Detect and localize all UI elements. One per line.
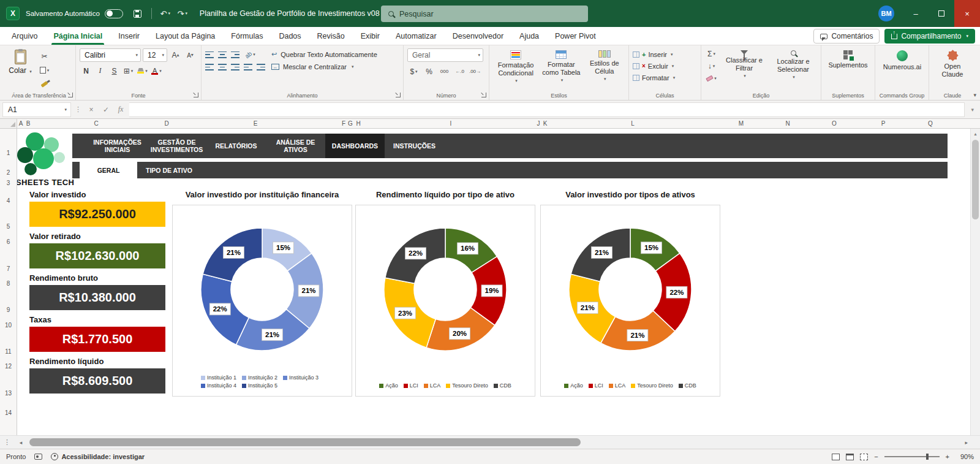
font-color-button[interactable]: A▾ (150, 64, 163, 77)
italic-button[interactable]: I (94, 64, 107, 77)
donut-chart[interactable]: 15%22%21%21%21% (566, 225, 695, 354)
sub-tab-geral[interactable]: GERAL (80, 162, 137, 178)
column-header-b[interactable]: B (26, 120, 31, 127)
chart-card[interactable]: 15%22%21%21%21% AçãoLCILCATesouro Direto… (540, 205, 720, 397)
tab-scroll-left-icon[interactable]: ◂ (14, 439, 28, 446)
ribbon-tab-desenvolvedor[interactable]: Desenvolvedor (445, 27, 511, 45)
dialog-launcher-icon[interactable] (481, 93, 486, 97)
row-header-14[interactable]: 14 (0, 409, 17, 416)
column-header-k[interactable]: K (543, 120, 548, 127)
column-header-f[interactable]: F (342, 120, 345, 127)
underline-button[interactable]: S (108, 64, 121, 77)
legend-item-tesouro-direto[interactable]: Tesouro Direto (631, 382, 673, 389)
macro-record-icon[interactable] (34, 454, 42, 460)
format-painter-button[interactable] (38, 78, 51, 91)
minimize-button[interactable]: – (903, 0, 929, 27)
nav-tab-dashboards[interactable]: DASHBOARDS (325, 134, 385, 158)
collapse-ribbon-icon[interactable]: ▾ (973, 92, 976, 98)
font-name-select[interactable]: Calibri▾ (80, 48, 141, 62)
save-button[interactable] (130, 6, 146, 21)
drag-handle[interactable]: ⋮ (74, 105, 83, 113)
clear-button[interactable]: ▾ (705, 73, 718, 84)
decrease-decimal-button[interactable]: .00→ (469, 65, 481, 78)
zoom-level[interactable]: 90% (956, 453, 974, 460)
legend-item-instituicao-1[interactable]: Instituição 1 (201, 375, 236, 381)
autosum-button[interactable]: Σ▾ (705, 48, 718, 59)
row-header-11[interactable]: 11 (0, 348, 17, 355)
insert-function-button[interactable]: fx (115, 105, 127, 114)
confirm-entry-button[interactable]: ✓ (100, 105, 112, 114)
ribbon-tab-inserir[interactable]: Inserir (110, 27, 148, 45)
legend-item-lca[interactable]: LCA (424, 382, 441, 389)
chart-card[interactable]: 16%19%20%23%22% AçãoLCILCATesouro Direto… (355, 205, 535, 397)
legend-item-tesouro-direto[interactable]: Tesouro Direto (446, 382, 488, 389)
find-select-button[interactable]: Localizar e Selecionar▾ (771, 48, 816, 84)
paste-button[interactable]: Colar ▾ (6, 48, 34, 91)
tab-scroll-right-icon[interactable]: ▸ (965, 439, 968, 446)
dialog-launcher-icon[interactable] (194, 93, 198, 97)
nav-tab-analise-de-ativos[interactable]: ANÁLISE DE ATIVOS (266, 134, 325, 158)
fill-color-button[interactable]: ▾ (136, 64, 149, 77)
column-header-q[interactable]: Q (928, 120, 933, 127)
legend-item-lci[interactable]: LCI (589, 382, 603, 389)
dialog-launcher-icon[interactable] (396, 93, 401, 97)
zoom-out-icon[interactable]: − (874, 453, 878, 460)
wrap-text-button[interactable]: Quebrar Texto Automaticamente (281, 51, 377, 58)
copy-button[interactable]: ▾ (38, 64, 51, 77)
row-header-10[interactable]: 10 (0, 322, 17, 329)
align-center-icon[interactable] (218, 64, 227, 70)
conditional-formatting-button[interactable]: Formatação Condicional▾ (493, 48, 538, 85)
column-header-n[interactable]: N (785, 120, 790, 127)
column-header-l[interactable]: L (631, 120, 635, 127)
column-header-j[interactable]: J (537, 120, 540, 127)
page-break-view-icon[interactable] (860, 454, 868, 460)
avatar[interactable]: BM (878, 6, 894, 21)
row-header-9[interactable]: 9 (0, 306, 17, 313)
horizontal-scroll-thumb[interactable] (29, 438, 581, 446)
format-as-table-button[interactable]: Formatar como Tabela▾ (540, 48, 582, 85)
accounting-format-button[interactable]: $▾ (407, 65, 420, 78)
row-header-3[interactable]: 3 (0, 180, 17, 186)
column-header-i[interactable]: I (450, 120, 452, 127)
bold-button[interactable]: N (80, 64, 92, 77)
column-header-o[interactable]: O (832, 120, 837, 127)
nav-tab-gestao-de-investimentos[interactable]: GESTÃO DE INVESTIMENTOS (147, 134, 206, 158)
column-header-p[interactable]: P (881, 120, 886, 127)
nav-tab-informacoes-iniciais[interactable]: INFORMAÇÕES INICIAIS (88, 134, 147, 158)
row-header-13[interactable]: 13 (0, 390, 17, 397)
ribbon-tab-exibir[interactable]: Exibir (353, 27, 388, 45)
column-header-a[interactable]: A (19, 120, 23, 127)
share-button[interactable]: Compartilhamento ▾ (884, 29, 975, 44)
comments-button[interactable]: Comentários (813, 29, 880, 44)
column-header-h[interactable]: H (356, 120, 360, 127)
row-header-8[interactable]: 8 (0, 280, 17, 287)
legend-item-lca[interactable]: LCA (609, 382, 626, 389)
legend-item-instituicao-3[interactable]: Instituição 3 (283, 375, 318, 381)
delete-cells-button[interactable]: ×Excluir▾ (633, 60, 697, 72)
undo-button[interactable]: ↶▾ (157, 6, 173, 21)
percent-style-button[interactable]: % (423, 65, 435, 78)
ribbon-tab-formulas[interactable]: Fórmulas (223, 27, 271, 45)
merge-center-button[interactable]: Mesclar e Centralizar (283, 63, 347, 70)
column-header-m[interactable]: M (739, 120, 744, 127)
decrease-indent-icon[interactable] (244, 64, 252, 70)
numerous-ai-button[interactable]: Numerous.ai (879, 48, 925, 73)
nav-tab-relatorios[interactable]: RELATÓRIOS (206, 134, 266, 158)
autosave-toggle[interactable] (105, 9, 123, 18)
column-header-c[interactable]: C (94, 120, 98, 127)
normal-view-icon[interactable] (832, 454, 840, 460)
redo-button[interactable]: ↷▾ (175, 6, 190, 21)
search-box[interactable]: Pesquisar (381, 6, 588, 22)
cut-button[interactable]: ✂ (38, 50, 51, 63)
cancel-entry-button[interactable]: × (85, 105, 97, 114)
legend-item-lci[interactable]: LCI (404, 382, 418, 389)
insert-cells-button[interactable]: +Inserir▾ (633, 48, 697, 60)
borders-button[interactable]: ⊞▾ (122, 64, 135, 77)
row-header-4[interactable]: 4 (0, 197, 17, 204)
align-top-icon[interactable] (205, 51, 214, 58)
comma-style-button[interactable]: 000 (438, 65, 451, 78)
ribbon-tab-power-pivot[interactable]: Power Pivot (547, 27, 604, 45)
close-button[interactable]: × (954, 0, 980, 27)
sheet-tab-handle[interactable]: ⋮ (0, 438, 14, 446)
align-right-icon[interactable] (231, 64, 239, 70)
